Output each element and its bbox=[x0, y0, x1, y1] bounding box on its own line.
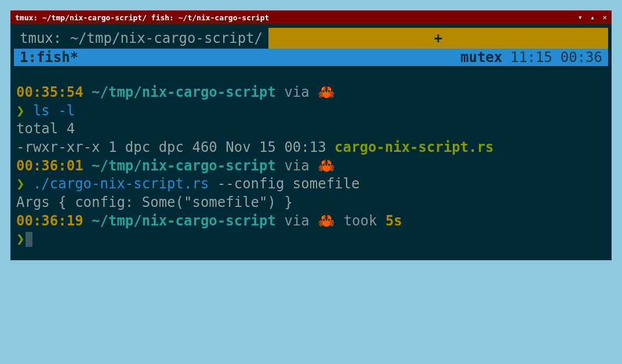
prompt-symbol: ❯ bbox=[16, 103, 24, 119]
output-line: Args { config: Some("somefile") } bbox=[16, 194, 606, 212]
tab-active[interactable]: tmux: ~/tmp/nix-cargo-script/ bbox=[14, 28, 268, 49]
rust-icon: 🦀 bbox=[318, 84, 335, 100]
prompt-symbol: ❯ bbox=[16, 176, 24, 192]
via-text: via bbox=[276, 84, 318, 100]
tab-label: tmux: ~/tmp/nix-cargo-script/ bbox=[20, 30, 263, 46]
via-text: via bbox=[276, 158, 318, 174]
terminal-content[interactable]: 00:35:54 ~/tmp/nix-cargo-script via 🦀 ❯ … bbox=[10, 66, 612, 260]
command-text: ./cargo-nix-script.rs bbox=[24, 176, 209, 192]
command-line: ❯ bbox=[16, 230, 606, 249]
cursor bbox=[26, 232, 32, 247]
minimize-icon[interactable]: ▾ bbox=[578, 13, 582, 21]
cwd-path: ~/tmp/nix-cargo-script bbox=[92, 213, 276, 229]
window-titlebar: tmux: ~/tmp/nix-cargo-script/ fish: ~/t/… bbox=[10, 10, 612, 24]
hostname: mutex bbox=[460, 49, 502, 65]
command-args: --config somefile bbox=[209, 176, 359, 192]
window-title: tmux: ~/tmp/nix-cargo-script/ fish: ~/t/… bbox=[15, 13, 269, 22]
via-text: via bbox=[276, 213, 318, 229]
rust-icon: 🦀 bbox=[318, 158, 335, 174]
duration: 5s bbox=[385, 213, 402, 229]
timestamp: 00:36:01 bbox=[16, 158, 83, 174]
file-listing: -rwxr-xr-x 1 dpc dpc 460 Nov 15 00:13 bbox=[16, 139, 334, 155]
command-line: ❯ ls -l bbox=[16, 102, 606, 121]
command-text: ls -l bbox=[24, 103, 75, 119]
tmux-window-indicator: 1:fish* bbox=[20, 49, 78, 65]
tmux-statusbar: 1:fish* mutex 11:15 00:36 bbox=[14, 49, 608, 66]
new-tab-button[interactable]: + bbox=[268, 28, 608, 49]
timestamp: 00:36:19 bbox=[16, 213, 83, 229]
status-time: 00:36 bbox=[561, 49, 602, 65]
rust-icon: 🦀 bbox=[318, 213, 335, 229]
took-text: took bbox=[335, 213, 385, 229]
tab-bar: tmux: ~/tmp/nix-cargo-script/ + bbox=[14, 28, 608, 49]
output-line: -rwxr-xr-x 1 dpc dpc 460 Nov 15 00:13 ca… bbox=[16, 139, 606, 157]
prompt-symbol: ❯ bbox=[16, 231, 24, 247]
filename: cargo-nix-script.rs bbox=[334, 139, 494, 155]
prompt-line: 00:36:01 ~/tmp/nix-cargo-script via 🦀 bbox=[16, 157, 606, 176]
command-line: ❯ ./cargo-nix-script.rs --config somefil… bbox=[16, 175, 606, 194]
plus-icon: + bbox=[434, 30, 442, 46]
terminal-window: tmux: ~/tmp/nix-cargo-script/ fish: ~/t/… bbox=[10, 10, 612, 260]
cwd-path: ~/tmp/nix-cargo-script bbox=[92, 84, 276, 100]
close-icon[interactable]: ✕ bbox=[603, 13, 607, 21]
cwd-path: ~/tmp/nix-cargo-script bbox=[92, 158, 276, 174]
prompt-line: 00:36:19 ~/tmp/nix-cargo-script via 🦀 to… bbox=[16, 212, 606, 231]
timestamp: 00:35:54 bbox=[16, 84, 83, 100]
prompt-line: 00:35:54 ~/tmp/nix-cargo-script via 🦀 bbox=[16, 83, 606, 102]
output-line: total 4 bbox=[16, 120, 606, 139]
status-date: 11:15 bbox=[511, 49, 552, 65]
maximize-icon[interactable]: ▴ bbox=[591, 13, 595, 21]
